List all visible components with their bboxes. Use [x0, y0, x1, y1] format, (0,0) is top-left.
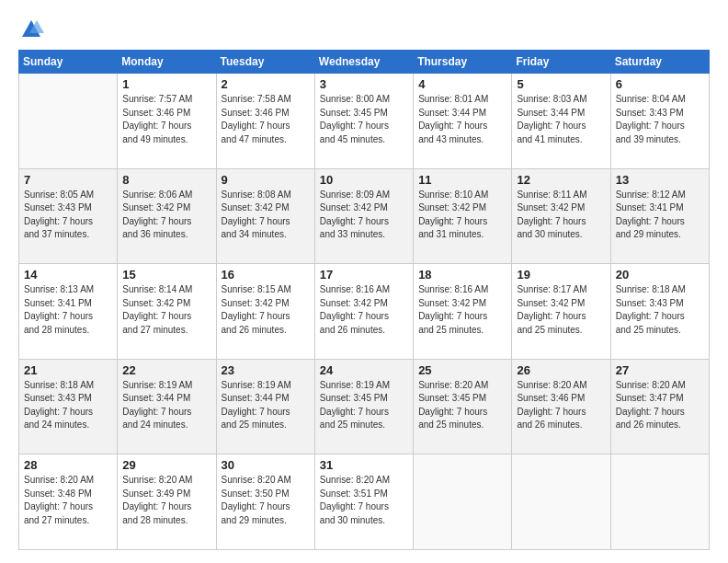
cell-info: Sunrise: 8:06 AM Sunset: 3:42 PM Dayligh… — [122, 189, 210, 242]
cell-info: Sunrise: 8:19 AM Sunset: 3:45 PM Dayligh… — [320, 379, 408, 432]
day-number: 6 — [616, 77, 704, 91]
day-number: 5 — [517, 77, 605, 91]
calendar-cell: 3Sunrise: 8:00 AM Sunset: 3:45 PM Daylig… — [314, 74, 413, 169]
day-number: 17 — [320, 268, 408, 282]
calendar-cell: 8Sunrise: 8:06 AM Sunset: 3:42 PM Daylig… — [118, 168, 216, 264]
calendar-cell: 17Sunrise: 8:16 AM Sunset: 3:42 PM Dayli… — [314, 264, 413, 360]
cell-info: Sunrise: 8:05 AM Sunset: 3:43 PM Dayligh… — [24, 189, 112, 242]
calendar-cell: 20Sunrise: 8:18 AM Sunset: 3:43 PM Dayli… — [610, 264, 709, 360]
cell-info: Sunrise: 8:20 AM Sunset: 3:46 PM Dayligh… — [517, 379, 605, 432]
day-number: 16 — [222, 268, 310, 282]
day-header-sunday: Sunday — [19, 51, 118, 74]
cell-info: Sunrise: 8:20 AM Sunset: 3:51 PM Dayligh… — [320, 474, 408, 527]
cell-info: Sunrise: 8:20 AM Sunset: 3:48 PM Dayligh… — [24, 474, 112, 527]
calendar-week-row: 1Sunrise: 7:57 AM Sunset: 3:46 PM Daylig… — [19, 74, 710, 169]
calendar-cell: 19Sunrise: 8:17 AM Sunset: 3:42 PM Dayli… — [512, 264, 610, 360]
calendar-cell: 5Sunrise: 8:03 AM Sunset: 3:44 PM Daylig… — [512, 74, 610, 169]
calendar-cell: 14Sunrise: 8:13 AM Sunset: 3:41 PM Dayli… — [19, 264, 118, 360]
day-number: 21 — [24, 363, 112, 377]
calendar-cell: 27Sunrise: 8:20 AM Sunset: 3:47 PM Dayli… — [610, 359, 709, 454]
calendar-cell: 7Sunrise: 8:05 AM Sunset: 3:43 PM Daylig… — [19, 168, 118, 264]
calendar-week-row: 14Sunrise: 8:13 AM Sunset: 3:41 PM Dayli… — [19, 264, 710, 360]
calendar-cell: 2Sunrise: 7:58 AM Sunset: 3:46 PM Daylig… — [216, 74, 314, 169]
cell-info: Sunrise: 8:00 AM Sunset: 3:45 PM Dayligh… — [320, 93, 408, 146]
day-header-thursday: Thursday — [414, 51, 512, 74]
calendar-cell: 9Sunrise: 8:08 AM Sunset: 3:42 PM Daylig… — [216, 168, 314, 264]
cell-info: Sunrise: 8:09 AM Sunset: 3:42 PM Dayligh… — [320, 189, 408, 242]
cell-info: Sunrise: 8:16 AM Sunset: 3:42 PM Dayligh… — [418, 283, 506, 337]
calendar-cell: 28Sunrise: 8:20 AM Sunset: 3:48 PM Dayli… — [19, 454, 118, 550]
cell-info: Sunrise: 8:18 AM Sunset: 3:43 PM Dayligh… — [616, 283, 704, 337]
day-number: 29 — [122, 458, 210, 472]
day-number: 7 — [24, 173, 112, 187]
calendar-cell — [19, 74, 118, 169]
calendar-week-row: 28Sunrise: 8:20 AM Sunset: 3:48 PM Dayli… — [19, 454, 710, 550]
header — [18, 17, 710, 42]
calendar-cell: 21Sunrise: 8:18 AM Sunset: 3:43 PM Dayli… — [19, 359, 118, 454]
day-number: 12 — [517, 173, 605, 187]
day-number: 23 — [222, 363, 310, 377]
calendar-cell — [512, 454, 610, 550]
calendar-cell: 18Sunrise: 8:16 AM Sunset: 3:42 PM Dayli… — [414, 264, 512, 360]
cell-info: Sunrise: 8:20 AM Sunset: 3:49 PM Dayligh… — [122, 474, 210, 527]
day-number: 8 — [122, 173, 210, 187]
logo — [18, 17, 48, 42]
day-number: 18 — [418, 268, 506, 282]
cell-info: Sunrise: 8:11 AM Sunset: 3:42 PM Dayligh… — [517, 189, 605, 242]
day-number: 22 — [122, 363, 210, 377]
calendar-cell — [610, 454, 709, 550]
cell-info: Sunrise: 8:04 AM Sunset: 3:43 PM Dayligh… — [616, 93, 704, 146]
cell-info: Sunrise: 8:19 AM Sunset: 3:44 PM Dayligh… — [222, 379, 310, 432]
day-number: 15 — [122, 268, 210, 282]
calendar-header-row: SundayMondayTuesdayWednesdayThursdayFrid… — [19, 51, 710, 74]
day-number: 4 — [418, 77, 506, 91]
day-header-friday: Friday — [512, 51, 610, 74]
day-header-saturday: Saturday — [610, 51, 709, 74]
day-number: 19 — [517, 268, 605, 282]
day-number: 25 — [418, 363, 506, 377]
cell-info: Sunrise: 8:03 AM Sunset: 3:44 PM Dayligh… — [517, 93, 605, 146]
calendar-cell: 4Sunrise: 8:01 AM Sunset: 3:44 PM Daylig… — [414, 74, 512, 169]
day-number: 31 — [320, 458, 408, 472]
calendar-cell: 11Sunrise: 8:10 AM Sunset: 3:42 PM Dayli… — [414, 168, 512, 264]
cell-info: Sunrise: 8:10 AM Sunset: 3:42 PM Dayligh… — [418, 189, 506, 242]
calendar-cell — [414, 454, 512, 550]
logo-icon — [18, 17, 44, 42]
calendar-cell: 29Sunrise: 8:20 AM Sunset: 3:49 PM Dayli… — [118, 454, 216, 550]
cell-info: Sunrise: 7:57 AM Sunset: 3:46 PM Dayligh… — [122, 93, 210, 146]
calendar-cell: 26Sunrise: 8:20 AM Sunset: 3:46 PM Dayli… — [512, 359, 610, 454]
calendar-table: SundayMondayTuesdayWednesdayThursdayFrid… — [18, 50, 710, 550]
cell-info: Sunrise: 8:19 AM Sunset: 3:44 PM Dayligh… — [122, 379, 210, 432]
calendar-week-row: 7Sunrise: 8:05 AM Sunset: 3:43 PM Daylig… — [19, 168, 710, 264]
cell-info: Sunrise: 8:08 AM Sunset: 3:42 PM Dayligh… — [222, 189, 310, 242]
cell-info: Sunrise: 8:01 AM Sunset: 3:44 PM Dayligh… — [418, 93, 506, 146]
calendar-cell: 30Sunrise: 8:20 AM Sunset: 3:50 PM Dayli… — [216, 454, 314, 550]
day-number: 2 — [222, 77, 310, 91]
day-header-wednesday: Wednesday — [314, 51, 413, 74]
day-number: 28 — [24, 458, 112, 472]
cell-info: Sunrise: 8:17 AM Sunset: 3:42 PM Dayligh… — [517, 283, 605, 337]
cell-info: Sunrise: 8:14 AM Sunset: 3:42 PM Dayligh… — [122, 283, 210, 337]
calendar-cell: 23Sunrise: 8:19 AM Sunset: 3:44 PM Dayli… — [216, 359, 314, 454]
calendar-cell: 12Sunrise: 8:11 AM Sunset: 3:42 PM Dayli… — [512, 168, 610, 264]
cell-info: Sunrise: 8:18 AM Sunset: 3:43 PM Dayligh… — [24, 379, 112, 432]
day-number: 27 — [616, 363, 704, 377]
calendar-cell: 16Sunrise: 8:15 AM Sunset: 3:42 PM Dayli… — [216, 264, 314, 360]
calendar-cell: 1Sunrise: 7:57 AM Sunset: 3:46 PM Daylig… — [118, 74, 216, 169]
day-number: 30 — [222, 458, 310, 472]
page: SundayMondayTuesdayWednesdayThursdayFrid… — [0, 0, 728, 563]
day-number: 20 — [616, 268, 704, 282]
cell-info: Sunrise: 7:58 AM Sunset: 3:46 PM Dayligh… — [222, 93, 310, 146]
day-header-tuesday: Tuesday — [216, 51, 314, 74]
day-header-monday: Monday — [118, 51, 216, 74]
cell-info: Sunrise: 8:12 AM Sunset: 3:41 PM Dayligh… — [616, 189, 704, 242]
day-number: 24 — [320, 363, 408, 377]
calendar-cell: 25Sunrise: 8:20 AM Sunset: 3:45 PM Dayli… — [414, 359, 512, 454]
calendar-cell: 10Sunrise: 8:09 AM Sunset: 3:42 PM Dayli… — [314, 168, 413, 264]
day-number: 1 — [122, 77, 210, 91]
cell-info: Sunrise: 8:20 AM Sunset: 3:45 PM Dayligh… — [418, 379, 506, 432]
day-number: 14 — [24, 268, 112, 282]
day-number: 11 — [418, 173, 506, 187]
calendar-cell: 31Sunrise: 8:20 AM Sunset: 3:51 PM Dayli… — [314, 454, 413, 550]
cell-info: Sunrise: 8:15 AM Sunset: 3:42 PM Dayligh… — [222, 283, 310, 337]
